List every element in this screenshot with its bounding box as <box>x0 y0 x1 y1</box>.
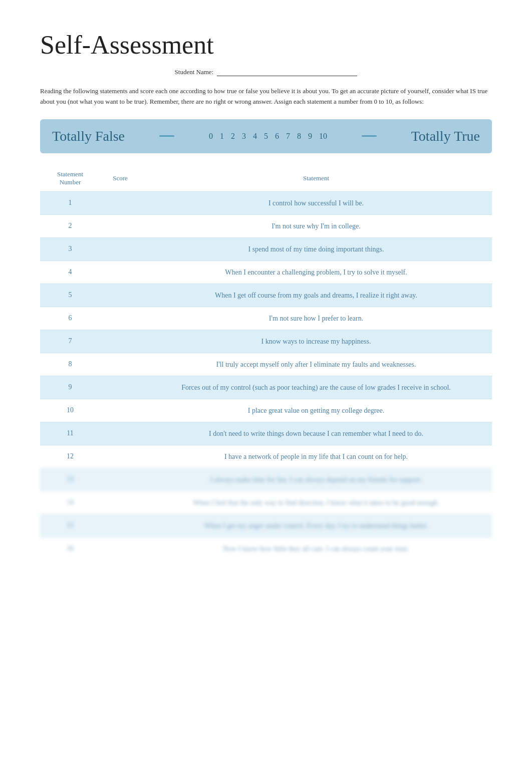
row-statement: When I get off course from my goals and … <box>140 290 492 301</box>
table-row: 5 When I get off course from my goals an… <box>40 284 492 307</box>
row-statement: I control how successful I will be. <box>140 198 492 208</box>
row-number: 10 <box>40 406 100 414</box>
statements-table: StatementNumber Score Statement 1 I cont… <box>40 167 492 560</box>
table-row: 4 When I encounter a challenging problem… <box>40 260 492 284</box>
table-row: 9 Forces out of my control (such as poor… <box>40 376 492 399</box>
blurred-table-row: 14 When I feel that the only way to find… <box>40 491 492 514</box>
row-number: 12 <box>40 452 100 460</box>
scale-number-5: 5 <box>264 132 268 141</box>
row-number: 4 <box>40 268 100 276</box>
table-row: 8 I'll truly accept myself only after I … <box>40 353 492 376</box>
student-name-label: Student Name: <box>175 68 214 76</box>
scale-number-3: 3 <box>242 132 246 141</box>
table-row: 7 I know ways to increase my happiness. <box>40 330 492 353</box>
row-number: 5 <box>40 291 100 299</box>
row-statement: I'll truly accept myself only after I el… <box>140 359 492 370</box>
scale-true-label: Totally True <box>411 128 480 144</box>
scale-dash-left <box>159 135 174 137</box>
header-statement: Statement <box>140 174 492 182</box>
row-statement: I'm not sure how I prefer to learn. <box>140 313 492 324</box>
scale-numbers: 012345678910 <box>209 132 327 141</box>
table-rows: 1 I control how successful I will be. 2 … <box>40 191 492 560</box>
scale-number-9: 9 <box>308 132 312 141</box>
row-number: 2 <box>40 222 100 230</box>
row-statement: I spend most of my time doing important … <box>140 244 492 254</box>
scale-number-4: 4 <box>253 132 257 141</box>
row-number: 3 <box>40 245 100 253</box>
scale-bar: Totally False 012345678910 Totally True <box>40 119 492 153</box>
scale-number-0: 0 <box>209 132 213 141</box>
row-statement: When I feel that the only way to find di… <box>140 497 492 508</box>
row-number: 6 <box>40 314 100 322</box>
row-number: 9 <box>40 383 100 391</box>
scale-number-7: 7 <box>286 132 290 141</box>
scale-number-2: 2 <box>231 132 235 141</box>
row-number: 13 <box>40 475 100 483</box>
blurred-table-row: 16 Now I know how little they all care. … <box>40 537 492 560</box>
blurred-table-row: 13 I always make time for fun. I can alw… <box>40 468 492 491</box>
table-row: 3 I spend most of my time doing importan… <box>40 237 492 260</box>
row-number: 15 <box>40 522 100 530</box>
row-statement: I don't need to write things down becaus… <box>140 428 492 439</box>
row-statement: I always make time for fun. I can always… <box>140 474 492 485</box>
row-number: 16 <box>40 545 100 553</box>
row-statement: When I encounter a challenging problem, … <box>140 267 492 278</box>
table-row: 6 I'm not sure how I prefer to learn. <box>40 307 492 330</box>
scale-dash-right <box>362 135 377 137</box>
row-number: 7 <box>40 337 100 345</box>
table-header: StatementNumber Score Statement <box>40 167 492 189</box>
table-row: 12 I have a network of people in my life… <box>40 445 492 468</box>
row-number: 8 <box>40 360 100 368</box>
page-title: Self-Assessment <box>40 30 492 60</box>
row-number: 1 <box>40 199 100 207</box>
row-statement: I have a network of people in my life th… <box>140 451 492 462</box>
row-number: 14 <box>40 498 100 506</box>
scale-number-8: 8 <box>297 132 301 141</box>
row-statement: Forces out of my control (such as poor t… <box>140 382 492 393</box>
row-statement: Now I know how little they all care. I c… <box>140 544 492 554</box>
table-row: 10 I place great value on getting my col… <box>40 399 492 422</box>
blurred-table-row: 15 When I get my anger under control. Ev… <box>40 514 492 537</box>
row-statement: I place great value on getting my colleg… <box>140 405 492 416</box>
header-number: StatementNumber <box>40 170 100 186</box>
header-score: Score <box>100 174 140 182</box>
table-row: 11 I don't need to write things down bec… <box>40 422 492 445</box>
row-number: 11 <box>40 429 100 437</box>
row-statement: I know ways to increase my happiness. <box>140 336 492 347</box>
student-name-line <box>217 68 357 76</box>
scale-number-1: 1 <box>220 132 224 141</box>
row-statement: When I get my anger under control. Every… <box>140 520 492 531</box>
row-statement: I'm not sure why I'm in college. <box>140 221 492 231</box>
student-name-row: Student Name: <box>40 68 492 76</box>
instructions: Reading the following statements and sco… <box>40 86 492 107</box>
scale-false-label: Totally False <box>52 128 125 144</box>
scale-number-6: 6 <box>275 132 279 141</box>
scale-number-10: 10 <box>319 132 327 141</box>
table-row: 2 I'm not sure why I'm in college. <box>40 214 492 237</box>
table-row: 1 I control how successful I will be. <box>40 191 492 214</box>
